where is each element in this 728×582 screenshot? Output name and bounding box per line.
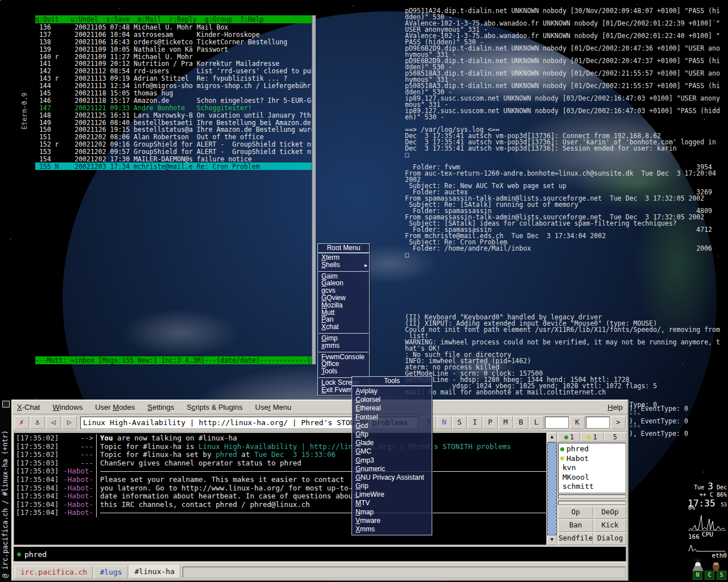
chat-tag: --- (58, 443, 97, 451)
chat-segment: ChanServ gives channel operator status t… (100, 459, 301, 467)
menu-item-mtv[interactable]: MTV (352, 499, 432, 508)
message-input-row[interactable]: phred (14, 547, 626, 562)
chat-tag: -Habot- (58, 501, 97, 509)
mutt-row[interactable]: 144 20021113 12:34 info@migros-sho migro… (35, 82, 312, 89)
nav-forward-icon[interactable]: ▷ (62, 416, 77, 429)
button-deop[interactable]: DeOp (594, 506, 626, 519)
menu-item-shells[interactable]: Shells▸ (318, 261, 369, 269)
menu-item-limewire[interactable]: LimeWire (352, 490, 432, 499)
mutt-row[interactable]: 143 r 20021113 09:19 Adrian Stitzel Re: … (35, 74, 312, 82)
menu-item-gnu-privacy-assistant[interactable]: GNU Privacy Assistant (352, 473, 432, 482)
mutt-row[interactable]: 137 20021106 10:04 astrosesam Kinder-Hor… (35, 31, 312, 38)
mutt-row[interactable]: 150 20021126 19:15 bestellstatus@a Ihre … (35, 126, 312, 133)
menu-user-menu[interactable]: User Menu (255, 403, 292, 411)
nick-item-schmitt[interactable]: schmitt (560, 482, 624, 492)
menu-item-gnumeric[interactable]: Gnumeric (352, 465, 432, 473)
mutt-row[interactable]: 155 N 20021203 17:34 mchriste@mail.e Re:… (35, 163, 312, 170)
mode-button-s[interactable]: S (452, 416, 467, 429)
mutt-row[interactable]: 152 r 20021202 09:16 GroupShield for ALE… (35, 140, 312, 148)
voice-dot-icon (587, 435, 591, 439)
mutt-row[interactable]: 146 20021118 15:17 Amazon.de Schon einge… (35, 97, 312, 104)
button-kick[interactable]: Kick (594, 519, 626, 532)
mutt-row[interactable]: 153 20021202 09:57 GroupShield for ALERT… (35, 148, 312, 155)
mutt-row[interactable]: 142 20021112 08:54 rrd-users List 'rrd-u… (35, 67, 312, 74)
menu-item-grip[interactable]: Grip (352, 482, 432, 490)
nick-action-buttons: OpDeOpBanKickSendfileDialog (558, 506, 626, 545)
menu-item-vmware[interactable]: Vmware (352, 517, 432, 525)
menu-help[interactable]: Help (607, 403, 623, 411)
eterm-scrollbar[interactable] (312, 15, 316, 364)
menu-item-glade[interactable]: Glade (352, 439, 432, 447)
mutt-row[interactable]: 139 20021109 10:05 Nathalie von Kä Passw… (35, 45, 312, 53)
menu-item-xmms[interactable]: xmms (318, 342, 369, 350)
tab-lugs[interactable]: #lugs (94, 566, 127, 579)
eterm-titlebar[interactable]: Eterm-0.9 (20, 27, 31, 130)
chat-timestamp: [17:35:04] (14, 476, 58, 484)
xchat-main: [17:35:02]-->You are now talking on #lin… (13, 431, 627, 546)
mode-button-m[interactable]: M (498, 416, 513, 429)
scroll-up-icon[interactable]: ▲ (547, 433, 557, 442)
xchat-titlebar[interactable]: @ irc.pacifica.ch / #linux-ha (+ntr) (0, 400, 11, 582)
button-op[interactable]: Op (558, 506, 593, 519)
menu-item-label: Exit Fvwm (321, 386, 353, 394)
menu-item-gmc[interactable]: GMC (352, 447, 432, 456)
button-sendfile[interactable]: Sendfile (558, 533, 593, 545)
key-button[interactable]: K (570, 416, 585, 429)
mutt-row[interactable]: 149 20021126 08:40 bestellbestaeti Ihre … (35, 119, 312, 126)
nick-item-habot[interactable]: Habot (560, 454, 624, 464)
mutt-row[interactable]: 145 20021118 15:05 thomas hug (35, 89, 312, 97)
chat-segment: are now talking on #linux-ha (113, 434, 237, 442)
menu-item-tools[interactable]: Tools (318, 368, 369, 375)
mutt-row[interactable]: 140 r 20021109 11:27 Michael U. Mohr (35, 53, 312, 60)
mode-button-b[interactable]: B (514, 416, 528, 429)
nick-item-kvn[interactable]: kvn (560, 463, 624, 473)
mutt-row[interactable]: 147 20021121 09:33 Andre Bonhote Schoggi… (35, 104, 312, 111)
chat-line: [17:35:02]---Topic for #linux-ha is Linu… (14, 443, 546, 451)
chat-tag: --> (58, 434, 97, 443)
mode-button-n[interactable]: N (437, 416, 452, 429)
tab-irc-pacifica-ch[interactable]: irc.pacifica.ch (15, 566, 93, 579)
plug-icon[interactable]: ⚓ (30, 416, 45, 429)
key-input[interactable] (545, 417, 569, 429)
menu-user-modes[interactable]: User Modes (95, 403, 135, 411)
nick-item-phred[interactable]: phred (560, 444, 624, 454)
mode-button-i[interactable]: I (468, 416, 482, 429)
menu-scripts-plugins[interactable]: Scripts & Plugins (187, 403, 242, 411)
close-icon[interactable]: ✗ (14, 416, 29, 429)
mode-button-l[interactable]: L (529, 416, 544, 429)
mutt-row[interactable]: 154 20021202 17:30 MAILER-DAEMON@s failu… (35, 155, 312, 163)
menu-item-aviplay[interactable]: Aviplay (352, 387, 432, 396)
total-count: 5 (604, 433, 626, 442)
menu-windows[interactable]: Windows (52, 403, 82, 411)
menu-settings[interactable]: Settings (147, 403, 174, 411)
menu-separator (318, 269, 369, 272)
menu-item-gcd[interactable]: Gcd (352, 422, 432, 430)
button-dialog[interactable]: Dialog (594, 533, 626, 545)
menu-item-nmap[interactable]: Nmap (352, 508, 432, 517)
nick-item-mkoool[interactable]: MKoool (560, 473, 624, 483)
mutt-row[interactable]: 136 20021105 07:48 Michael U. Mohr Mail … (35, 23, 312, 31)
button-ban[interactable]: Ban (558, 519, 593, 532)
tab-linux-ha[interactable]: #linux-ha (129, 565, 180, 579)
mutt-row[interactable]: 148 20021125 16:31 Lars Marowsky-B On va… (35, 111, 312, 119)
scrollbar-trough[interactable] (547, 442, 557, 535)
nav-back-icon[interactable]: ◁ (46, 416, 61, 429)
mutt-row[interactable]: 141 20021109 20:12 Nutrition / Pra Korre… (35, 60, 312, 67)
menu-item-gmp3[interactable]: Gmp3 (352, 456, 432, 465)
menu-item-xmms[interactable]: Xmms (352, 525, 432, 534)
menu-item-ethereal[interactable]: Ethereal (352, 404, 432, 413)
more-button[interactable]: > (611, 416, 626, 429)
menu-x-chat[interactable]: X-Chat (17, 403, 40, 411)
nick-label: phred (566, 444, 589, 454)
mode-button-p[interactable]: P (483, 416, 498, 429)
limit-input[interactable] (586, 417, 610, 429)
scroll-down-icon[interactable]: ▼ (547, 535, 557, 545)
menu-item-colorsel[interactable]: Colorsel (352, 396, 432, 404)
chat-scrollbar[interactable]: ▲ ▼ (547, 433, 557, 545)
menu-item-gftp[interactable]: Gftp (352, 430, 432, 439)
mutt-row[interactable]: 138 20021106 16:43 orders@ticketco Ticke… (35, 38, 312, 45)
menu-item-xchat[interactable]: Xchat (318, 323, 369, 331)
mutt-row[interactable]: 151 20021202 08:06 Alan Robertson Out of… (35, 133, 312, 140)
xchat-window-menu-button[interactable] (2, 401, 10, 408)
menu-item-fontsel[interactable]: Fontsel (352, 413, 432, 422)
